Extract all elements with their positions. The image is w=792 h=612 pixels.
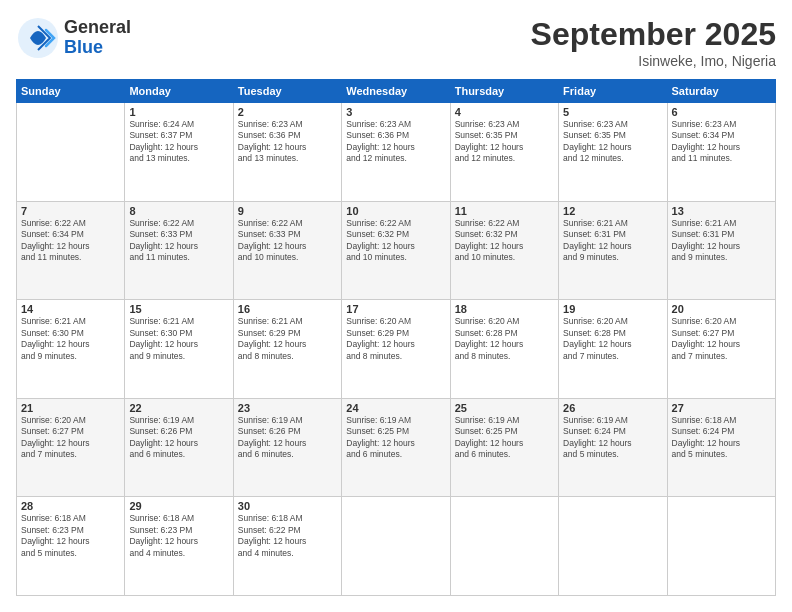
calendar-cell: 22Sunrise: 6:19 AM Sunset: 6:26 PM Dayli… (125, 398, 233, 497)
day-of-week-header: Sunday (17, 80, 125, 103)
day-info: Sunrise: 6:19 AM Sunset: 6:25 PM Dayligh… (455, 415, 554, 461)
calendar-cell: 4Sunrise: 6:23 AM Sunset: 6:35 PM Daylig… (450, 103, 558, 202)
title-block: September 2025 Isinweke, Imo, Nigeria (531, 16, 776, 69)
day-info: Sunrise: 6:21 AM Sunset: 6:29 PM Dayligh… (238, 316, 337, 362)
calendar-cell: 9Sunrise: 6:22 AM Sunset: 6:33 PM Daylig… (233, 201, 341, 300)
day-info: Sunrise: 6:21 AM Sunset: 6:31 PM Dayligh… (672, 218, 771, 264)
day-number: 13 (672, 205, 771, 217)
day-number: 10 (346, 205, 445, 217)
calendar-week-row: 14Sunrise: 6:21 AM Sunset: 6:30 PM Dayli… (17, 300, 776, 399)
day-info: Sunrise: 6:23 AM Sunset: 6:35 PM Dayligh… (563, 119, 662, 165)
calendar-cell: 6Sunrise: 6:23 AM Sunset: 6:34 PM Daylig… (667, 103, 775, 202)
day-info: Sunrise: 6:18 AM Sunset: 6:23 PM Dayligh… (21, 513, 120, 559)
day-info: Sunrise: 6:22 AM Sunset: 6:33 PM Dayligh… (129, 218, 228, 264)
day-number: 28 (21, 500, 120, 512)
day-info: Sunrise: 6:19 AM Sunset: 6:25 PM Dayligh… (346, 415, 445, 461)
day-number: 2 (238, 106, 337, 118)
day-number: 6 (672, 106, 771, 118)
calendar-cell: 1Sunrise: 6:24 AM Sunset: 6:37 PM Daylig… (125, 103, 233, 202)
day-info: Sunrise: 6:18 AM Sunset: 6:24 PM Dayligh… (672, 415, 771, 461)
calendar-cell: 29Sunrise: 6:18 AM Sunset: 6:23 PM Dayli… (125, 497, 233, 596)
calendar-cell: 24Sunrise: 6:19 AM Sunset: 6:25 PM Dayli… (342, 398, 450, 497)
calendar-cell: 5Sunrise: 6:23 AM Sunset: 6:35 PM Daylig… (559, 103, 667, 202)
calendar-cell: 13Sunrise: 6:21 AM Sunset: 6:31 PM Dayli… (667, 201, 775, 300)
day-of-week-header: Wednesday (342, 80, 450, 103)
calendar-cell: 15Sunrise: 6:21 AM Sunset: 6:30 PM Dayli… (125, 300, 233, 399)
calendar-cell: 11Sunrise: 6:22 AM Sunset: 6:32 PM Dayli… (450, 201, 558, 300)
calendar-cell: 26Sunrise: 6:19 AM Sunset: 6:24 PM Dayli… (559, 398, 667, 497)
month-title: September 2025 (531, 16, 776, 53)
day-number: 18 (455, 303, 554, 315)
day-info: Sunrise: 6:23 AM Sunset: 6:36 PM Dayligh… (238, 119, 337, 165)
day-number: 4 (455, 106, 554, 118)
logo-blue-text: Blue (64, 38, 131, 58)
day-number: 8 (129, 205, 228, 217)
calendar-cell (450, 497, 558, 596)
day-info: Sunrise: 6:21 AM Sunset: 6:31 PM Dayligh… (563, 218, 662, 264)
calendar-table: SundayMondayTuesdayWednesdayThursdayFrid… (16, 79, 776, 596)
day-number: 25 (455, 402, 554, 414)
calendar-week-row: 28Sunrise: 6:18 AM Sunset: 6:23 PM Dayli… (17, 497, 776, 596)
calendar-week-row: 7Sunrise: 6:22 AM Sunset: 6:34 PM Daylig… (17, 201, 776, 300)
day-info: Sunrise: 6:18 AM Sunset: 6:23 PM Dayligh… (129, 513, 228, 559)
day-number: 1 (129, 106, 228, 118)
day-number: 11 (455, 205, 554, 217)
day-info: Sunrise: 6:23 AM Sunset: 6:34 PM Dayligh… (672, 119, 771, 165)
calendar-cell: 21Sunrise: 6:20 AM Sunset: 6:27 PM Dayli… (17, 398, 125, 497)
day-of-week-header: Tuesday (233, 80, 341, 103)
day-info: Sunrise: 6:19 AM Sunset: 6:26 PM Dayligh… (129, 415, 228, 461)
day-of-week-header: Friday (559, 80, 667, 103)
day-info: Sunrise: 6:22 AM Sunset: 6:33 PM Dayligh… (238, 218, 337, 264)
day-number: 7 (21, 205, 120, 217)
calendar-cell: 16Sunrise: 6:21 AM Sunset: 6:29 PM Dayli… (233, 300, 341, 399)
calendar-cell: 2Sunrise: 6:23 AM Sunset: 6:36 PM Daylig… (233, 103, 341, 202)
calendar-cell: 7Sunrise: 6:22 AM Sunset: 6:34 PM Daylig… (17, 201, 125, 300)
day-number: 9 (238, 205, 337, 217)
day-number: 23 (238, 402, 337, 414)
day-info: Sunrise: 6:21 AM Sunset: 6:30 PM Dayligh… (21, 316, 120, 362)
logo-general-text: General (64, 18, 131, 38)
day-info: Sunrise: 6:21 AM Sunset: 6:30 PM Dayligh… (129, 316, 228, 362)
calendar-cell: 19Sunrise: 6:20 AM Sunset: 6:28 PM Dayli… (559, 300, 667, 399)
day-number: 16 (238, 303, 337, 315)
calendar-week-row: 1Sunrise: 6:24 AM Sunset: 6:37 PM Daylig… (17, 103, 776, 202)
day-info: Sunrise: 6:20 AM Sunset: 6:27 PM Dayligh… (21, 415, 120, 461)
day-number: 17 (346, 303, 445, 315)
day-info: Sunrise: 6:24 AM Sunset: 6:37 PM Dayligh… (129, 119, 228, 165)
day-of-week-header: Saturday (667, 80, 775, 103)
day-info: Sunrise: 6:19 AM Sunset: 6:26 PM Dayligh… (238, 415, 337, 461)
day-number: 19 (563, 303, 662, 315)
day-of-week-header: Monday (125, 80, 233, 103)
day-number: 15 (129, 303, 228, 315)
calendar-cell: 23Sunrise: 6:19 AM Sunset: 6:26 PM Dayli… (233, 398, 341, 497)
day-info: Sunrise: 6:18 AM Sunset: 6:22 PM Dayligh… (238, 513, 337, 559)
day-number: 5 (563, 106, 662, 118)
day-info: Sunrise: 6:20 AM Sunset: 6:27 PM Dayligh… (672, 316, 771, 362)
logo: General Blue (16, 16, 131, 60)
calendar-cell: 28Sunrise: 6:18 AM Sunset: 6:23 PM Dayli… (17, 497, 125, 596)
location-subtitle: Isinweke, Imo, Nigeria (531, 53, 776, 69)
day-info: Sunrise: 6:22 AM Sunset: 6:32 PM Dayligh… (455, 218, 554, 264)
day-number: 12 (563, 205, 662, 217)
day-info: Sunrise: 6:20 AM Sunset: 6:29 PM Dayligh… (346, 316, 445, 362)
calendar-week-row: 21Sunrise: 6:20 AM Sunset: 6:27 PM Dayli… (17, 398, 776, 497)
day-number: 30 (238, 500, 337, 512)
day-info: Sunrise: 6:23 AM Sunset: 6:35 PM Dayligh… (455, 119, 554, 165)
calendar-cell (667, 497, 775, 596)
calendar-cell: 17Sunrise: 6:20 AM Sunset: 6:29 PM Dayli… (342, 300, 450, 399)
calendar-cell: 12Sunrise: 6:21 AM Sunset: 6:31 PM Dayli… (559, 201, 667, 300)
day-of-week-header: Thursday (450, 80, 558, 103)
day-number: 29 (129, 500, 228, 512)
calendar-cell (342, 497, 450, 596)
calendar-cell: 18Sunrise: 6:20 AM Sunset: 6:28 PM Dayli… (450, 300, 558, 399)
calendar-header-row: SundayMondayTuesdayWednesdayThursdayFrid… (17, 80, 776, 103)
day-info: Sunrise: 6:19 AM Sunset: 6:24 PM Dayligh… (563, 415, 662, 461)
day-info: Sunrise: 6:20 AM Sunset: 6:28 PM Dayligh… (455, 316, 554, 362)
calendar-cell: 30Sunrise: 6:18 AM Sunset: 6:22 PM Dayli… (233, 497, 341, 596)
day-info: Sunrise: 6:20 AM Sunset: 6:28 PM Dayligh… (563, 316, 662, 362)
day-number: 27 (672, 402, 771, 414)
calendar-cell: 27Sunrise: 6:18 AM Sunset: 6:24 PM Dayli… (667, 398, 775, 497)
calendar-cell: 25Sunrise: 6:19 AM Sunset: 6:25 PM Dayli… (450, 398, 558, 497)
calendar-cell: 14Sunrise: 6:21 AM Sunset: 6:30 PM Dayli… (17, 300, 125, 399)
day-number: 22 (129, 402, 228, 414)
